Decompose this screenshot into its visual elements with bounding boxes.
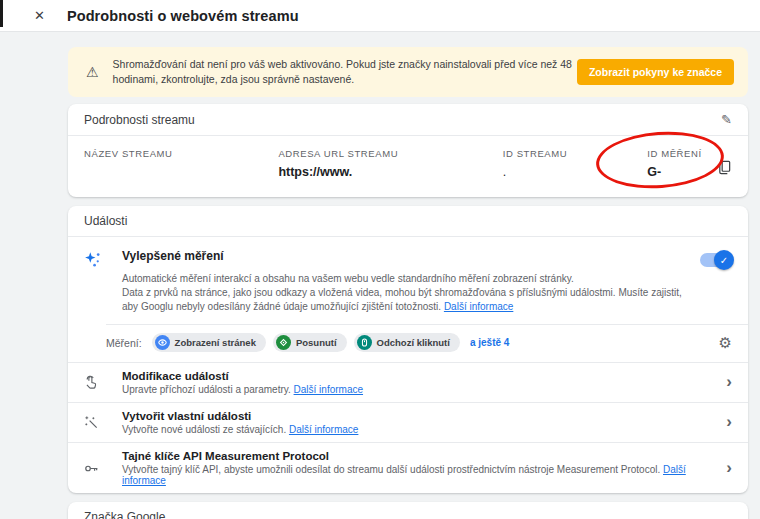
more-events-link[interactable]: a ještě 4 (470, 337, 509, 348)
chip-outbound-clicks-label: Odchozí kliknutí (377, 337, 450, 348)
stream-id-value: . (503, 165, 648, 179)
stream-url-value: https://www. (278, 165, 502, 179)
stream-id-label: ID STREAMU (503, 148, 648, 159)
chip-scrolls[interactable]: Posunutí (273, 333, 347, 352)
stream-url-field: ADRESA URL STREAMU https://www. (278, 148, 502, 179)
enhanced-measurement-desc1: Automatické měření interakcí a obsahu na… (122, 273, 574, 284)
enhanced-measurement-title: Vylepšené měření (122, 249, 700, 263)
window-edge-artifact (0, 0, 3, 27)
chevron-right-icon: › (726, 413, 732, 432)
chevron-right-icon: › (726, 373, 732, 392)
row-event-modifications[interactable]: Modifikace událostí Upravte příchozí udá… (68, 362, 748, 402)
scroll-icon (276, 335, 291, 350)
sparkle-icon (84, 249, 122, 314)
enhanced-measurement-desc2: Data z prvků na stránce, jako jsou odkaz… (122, 287, 682, 312)
dialog-content: ⚠ Shromažďování dat není pro váš web akt… (0, 32, 760, 519)
stream-details-title: Podrobnosti streamu (84, 113, 195, 127)
measuring-row: Měření: Zobrazení stránek Pos (106, 324, 748, 362)
collection-warning-banner: ⚠ Shromažďování dat není pro váš web akt… (68, 47, 748, 97)
stream-name-field: NÁZEV STREAMU (84, 148, 278, 165)
row-title: Vytvořit vlastní události (122, 410, 726, 422)
edit-icon[interactable]: ✎ (721, 112, 732, 127)
dialog-header: ✕ Podrobnosti o webovém streamu (0, 0, 760, 32)
pageview-eye-icon (155, 335, 170, 350)
events-title: Události (84, 214, 127, 228)
enhanced-measurement-section: Vylepšené měření Automatické měření inte… (68, 237, 748, 314)
row-title: Tajné klíče API Measurement Protocol (122, 450, 726, 462)
chip-scrolls-label: Posunutí (296, 337, 337, 348)
google-tag-title: Značka Google (84, 510, 165, 519)
events-card: Události Vylepšené měření Automatické mě… (68, 206, 748, 493)
measurement-id-label: ID MĚŘENÍ (647, 148, 717, 159)
stream-name-label: NÁZEV STREAMU (84, 148, 278, 159)
gear-icon[interactable]: ⚙ (719, 334, 732, 352)
key-icon (84, 461, 122, 476)
magic-wand-icon (84, 415, 122, 430)
copy-icon[interactable] (717, 160, 732, 175)
row-desc: Vytvořte tajný klíč API, abyste umožnili… (122, 464, 660, 475)
page-title: Podrobnosti o webovém streamu (67, 8, 299, 24)
chip-page-views-label: Zobrazení stránek (175, 337, 256, 348)
enhanced-measurement-toggle[interactable]: ✓ (700, 253, 732, 267)
view-tag-instructions-button[interactable]: Zobrazit pokyny ke značce (577, 59, 734, 85)
learn-more-link[interactable]: Další informace (289, 424, 358, 435)
touch-icon (84, 375, 122, 390)
measurement-id-value: G- (647, 165, 717, 179)
measurement-id-field: ID MĚŘENÍ G- (647, 148, 717, 179)
chip-page-views[interactable]: Zobrazení stránek (152, 333, 266, 352)
warning-text: Shromažďování dat není pro váš web aktiv… (113, 57, 577, 87)
stream-url-label: ADRESA URL STREAMU (278, 148, 502, 159)
chevron-right-icon: › (726, 459, 732, 478)
warning-icon: ⚠ (86, 64, 99, 80)
row-desc: Upravte příchozí události a parametry. (122, 384, 291, 395)
google-tag-card: Značka Google Konfigurace nastavení znač… (68, 502, 748, 519)
check-icon: ✓ (720, 255, 728, 266)
row-title: Modifikace událostí (122, 370, 726, 382)
row-create-custom-events[interactable]: Vytvořit vlastní události Vytvořte nové … (68, 402, 748, 442)
stream-details-card: Podrobnosti streamu ✎ NÁZEV STREAMU ADRE… (68, 104, 748, 197)
row-measurement-protocol-keys[interactable]: Tajné klíče API Measurement Protocol Vyt… (68, 442, 748, 493)
close-icon[interactable]: ✕ (34, 8, 45, 23)
stream-id-field: ID STREAMU . (503, 148, 648, 179)
row-desc: Vytvořte nové události ze stávajících. (122, 424, 286, 435)
measuring-label: Měření: (106, 337, 142, 349)
learn-more-link[interactable]: Další informace (294, 384, 363, 395)
enhanced-learn-more-link[interactable]: Další informace (444, 301, 513, 312)
outbound-click-icon (357, 335, 372, 350)
chip-outbound-clicks[interactable]: Odchozí kliknutí (354, 333, 460, 352)
